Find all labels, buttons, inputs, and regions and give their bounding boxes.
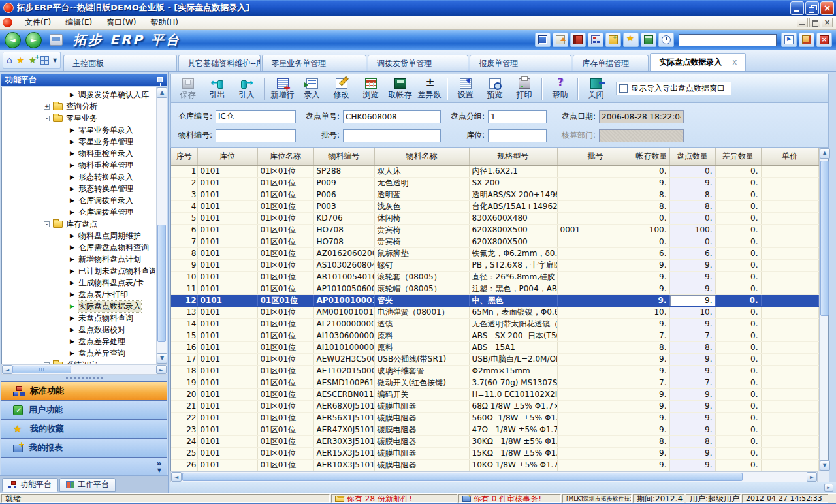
toolbar-button[interactable]: 预览 [480, 75, 509, 102]
cell-seq[interactable]: 8 [171, 247, 197, 259]
table-row[interactable]: 16 0101 01区01位 AI1010100000000 原料 ABS 15… [171, 341, 818, 353]
cell-seq[interactable]: 21 [171, 400, 197, 412]
cell-book-qty[interactable]: 9. [634, 294, 669, 306]
cell-material-code[interactable]: AM0010010010000 [314, 306, 374, 318]
cell-location[interactable]: 0101 [197, 165, 257, 177]
cell-batch-no[interactable] [557, 400, 634, 412]
forward-button[interactable]: ► [25, 32, 42, 48]
cell-location-name[interactable]: 01区01位 [257, 165, 314, 177]
home-icon[interactable]: ⌂ [7, 55, 12, 65]
cell-seq[interactable]: 17 [171, 353, 197, 365]
cell-location[interactable]: 0101 [197, 200, 257, 212]
cell-book-qty[interactable]: 9. [634, 400, 669, 412]
document-tab[interactable]: 实际盘点数据录入x [650, 53, 746, 71]
cell-seq[interactable]: 24 [171, 435, 197, 447]
cell-count-qty[interactable]: 0. [669, 212, 715, 224]
cell-book-qty[interactable]: 9. [634, 353, 669, 365]
cell-book-qty[interactable]: 100. [634, 224, 669, 236]
cell-location-name[interactable]: 01区01位 [257, 224, 314, 236]
cell-batch-no[interactable] [557, 212, 634, 224]
sidebar-bottom-tab[interactable]: 工作平台 [59, 478, 116, 492]
table-horizontal-scrollbar[interactable]: ◄ ► [170, 471, 818, 482]
cell-location[interactable]: 0101 [197, 224, 257, 236]
run-icon[interactable] [781, 33, 797, 47]
menu-item[interactable]: 帮助(H) [143, 16, 185, 29]
window-layout-grid-icon[interactable] [40, 56, 49, 65]
cell-book-qty[interactable]: 9. [634, 365, 669, 377]
cell-location-name[interactable]: 01区01位 [257, 365, 314, 377]
col-unit-price[interactable]: 单价 [761, 148, 818, 165]
cell-diff-qty[interactable]: 0. [715, 388, 761, 400]
cell-location-name[interactable]: 01区01位 [257, 318, 314, 330]
cell-diff-qty[interactable]: 0. [715, 459, 761, 471]
tree-item[interactable]: ▶ 形态转换单录入 [2, 171, 155, 183]
tree-item[interactable]: ▶ 物料重检单管理 [2, 159, 155, 171]
cell-unit-price[interactable] [761, 400, 818, 412]
contacts-icon[interactable] [641, 33, 656, 47]
cell-location[interactable]: 0101 [197, 341, 257, 353]
table-row[interactable]: 23 0101 01区01位 AER47X0J5101100 碳膜电阻器 47Ω… [171, 424, 818, 435]
table-row[interactable]: 5 0101 01区01位 KD706 休闲椅 830X600X480 0. 0… [171, 212, 818, 224]
toolbar-button[interactable]: 引出 [202, 75, 232, 102]
clock-icon[interactable] [658, 33, 674, 47]
cell-diff-qty[interactable]: 0. [715, 177, 761, 189]
cell-batch-no[interactable] [557, 247, 634, 259]
scroll-left-icon[interactable]: ◄ [171, 472, 182, 482]
cell-material-code[interactable]: AER56X1J5101100 [314, 412, 374, 424]
cell-unit-price[interactable] [761, 259, 818, 271]
cell-material-code[interactable]: AP0100100010E [314, 294, 374, 306]
cell-location[interactable]: 0101 [197, 459, 257, 471]
cell-unit-price[interactable] [761, 388, 818, 400]
cell-unit-price[interactable] [761, 365, 818, 377]
cell-material-name[interactable]: 贵宾椅 [374, 236, 469, 247]
cell-material-code[interactable]: AI1010100000000 [314, 341, 374, 353]
menu-item[interactable]: 编辑(E) [58, 16, 99, 29]
add-folder-icon[interactable] [605, 33, 621, 47]
toolbar-button[interactable]: 引入 [232, 75, 261, 102]
cell-count-qty[interactable]: 8. [669, 189, 715, 200]
cell-spec-model[interactable]: ABS SX-200 日本(T500) [469, 330, 557, 341]
toolbar-button[interactable]: 关闭 [581, 75, 611, 102]
tree-item[interactable]: ▶ 物料重检单录入 [2, 148, 155, 159]
cell-diff-qty[interactable]: 0. [715, 294, 761, 306]
cell-batch-no[interactable] [557, 259, 634, 271]
cell-material-name[interactable]: USB公插线(带SR1) [374, 353, 469, 365]
cell-material-name[interactable]: 螺钉 [374, 259, 469, 271]
cell-material-code[interactable]: AS1030260804011 [314, 259, 374, 271]
cell-spec-model[interactable]: ABS 15A1 [469, 341, 557, 353]
cell-seq[interactable]: 14 [171, 318, 197, 330]
tree-item[interactable]: ▶ 仓库需盘点物料查询 [2, 242, 155, 253]
cell-material-name[interactable]: 碳膜电阻器 [374, 459, 469, 471]
scroll-up-icon[interactable]: ▲ [820, 148, 830, 159]
cell-batch-no[interactable] [557, 424, 634, 435]
cell-location[interactable]: 0101 [197, 294, 257, 306]
cell-book-qty[interactable]: 9. [634, 283, 669, 294]
cell-material-code[interactable]: AESCERBN0116200 [314, 388, 374, 400]
cell-location[interactable]: 0101 [197, 177, 257, 189]
org-structure-icon[interactable] [588, 33, 603, 47]
toolbar-button[interactable]: 打印 [509, 75, 539, 102]
cell-seq[interactable]: 23 [171, 424, 197, 435]
cell-spec-model[interactable]: 30KΩ 1/8W ±5% Φ1.7× [469, 435, 557, 447]
tree-item[interactable]: ▶ 盘点差异处理 [2, 336, 155, 347]
cell-batch-no[interactable] [557, 306, 634, 318]
notebook-icon[interactable] [570, 33, 586, 47]
cell-count-qty[interactable]: 0. [669, 165, 715, 177]
cell-diff-qty[interactable]: 0. [715, 330, 761, 341]
cell-material-name[interactable]: 电池弹簧（08001） [374, 306, 469, 318]
cell-seq[interactable]: 16 [171, 341, 197, 353]
tree-expand-toggle[interactable]: - [44, 221, 50, 227]
cell-book-qty[interactable]: 9. [634, 259, 669, 271]
tree-item[interactable]: ▶ 仓库调拨单录入 [2, 195, 155, 206]
cell-diff-qty[interactable]: 0. [715, 259, 761, 271]
cell-location[interactable]: 0101 [197, 330, 257, 341]
cell-unit-price[interactable] [761, 424, 818, 435]
cell-material-code[interactable]: AER15X3J5101100 [314, 447, 374, 459]
cell-count-qty[interactable]: 10. [669, 306, 715, 318]
cell-seq[interactable]: 12 [171, 294, 197, 306]
cell-unit-price[interactable] [761, 271, 818, 283]
cell-batch-no[interactable] [557, 435, 634, 447]
cell-diff-qty[interactable]: 0. [715, 306, 761, 318]
toolbar-button[interactable]: 取帐存 [385, 75, 415, 102]
cell-location[interactable]: 0101 [197, 271, 257, 283]
